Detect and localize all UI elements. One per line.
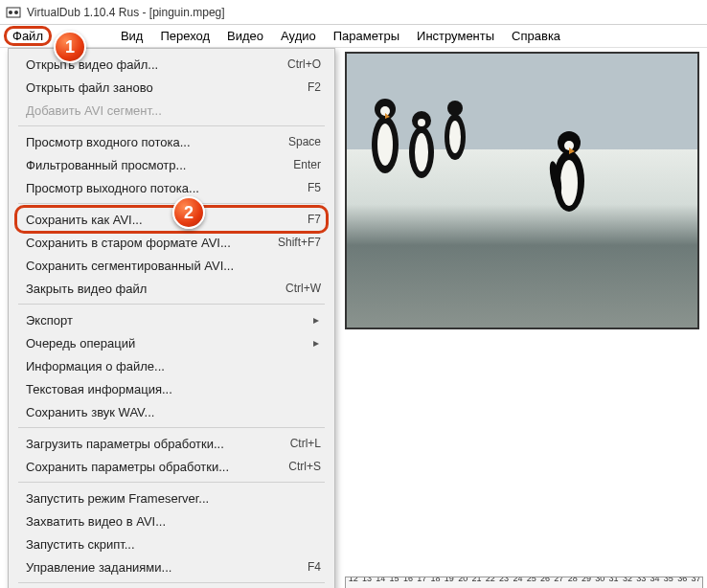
menu-item-label: Захватить видео в AVI...	[26, 514, 166, 529]
content-area: Открыть видео файл...Ctrl+OОткрыть файл …	[0, 48, 707, 588]
menu-separator	[18, 482, 325, 483]
menu-item[interactable]: Запустить режим Frameserver...	[9, 486, 334, 509]
callout-2: 2	[172, 196, 205, 229]
menu-item[interactable]: Очередь операций▸	[9, 331, 334, 354]
menu-item[interactable]: Фильтрованный просмотр...Enter	[9, 153, 334, 176]
menu-item[interactable]: Сохранить звук WAV...	[9, 400, 334, 423]
menu-item-shortcut: F2	[308, 80, 321, 94]
video-output-frame	[345, 52, 699, 329]
menu-video[interactable]: Видео	[219, 27, 271, 45]
svg-point-11	[418, 119, 425, 126]
submenu-arrow-icon: ▸	[313, 336, 321, 350]
menu-item[interactable]: Закрыть видео файлCtrl+W	[9, 277, 334, 300]
window-title: VirtualDub 1.10.4 Rus - [pinguin.mpeg]	[27, 6, 225, 19]
menu-item-label: Очередь операций	[26, 336, 135, 351]
menu-item[interactable]: Управление заданиями...F4	[9, 555, 334, 578]
menu-audio[interactable]: Аудио	[273, 27, 324, 45]
menu-item-shortcut: Ctrl+O	[287, 57, 321, 71]
menu-item-label: Загрузить параметры обработки...	[26, 437, 224, 451]
menu-item-label: Запустить режим Frameserver...	[26, 491, 209, 506]
menu-item-label: Закрыть видео файл	[26, 282, 147, 296]
menu-item-label: Просмотр выходного потока...	[26, 181, 199, 195]
menu-item-shortcut: F5	[308, 181, 321, 194]
menu-view[interactable]: Вид	[113, 27, 151, 45]
menu-file[interactable]: Файл	[4, 26, 52, 46]
menu-item[interactable]: Сохранить как AVI...F7	[9, 208, 334, 231]
menu-item: Добавить AVI сегмент...	[9, 99, 334, 122]
menu-separator	[18, 125, 325, 126]
menu-item[interactable]: Текстовая информация...	[9, 377, 334, 400]
menu-item-label: Управление заданиями...	[26, 560, 171, 575]
menu-item-shortcut: F7	[308, 213, 321, 226]
menu-item[interactable]: Открыть файл зановоF2	[9, 76, 334, 99]
menu-item-label: Сохранить как AVI...	[26, 213, 143, 227]
menu-item-label: Открыть файл заново	[26, 80, 153, 95]
menu-item-label: Просмотр входного потока...	[26, 135, 191, 149]
menu-item-label: Добавить AVI сегмент...	[26, 103, 162, 118]
menu-item[interactable]: Захватить видео в AVI...	[9, 509, 334, 532]
svg-point-1	[9, 11, 12, 14]
menu-item-shortcut: Ctrl+W	[285, 282, 321, 295]
menu-item[interactable]: Экспорт▸	[9, 308, 334, 331]
menubar: Файл Правка Вид Переход Видео Аудио Пара…	[0, 25, 707, 48]
menu-tools[interactable]: Инструменты	[409, 27, 502, 45]
menu-item[interactable]: Просмотр входного потока...Space	[9, 130, 334, 153]
menu-goto[interactable]: Переход	[152, 27, 217, 45]
menu-item-shortcut: Shift+F7	[278, 236, 321, 249]
svg-point-16	[560, 160, 578, 206]
svg-point-9	[415, 133, 428, 171]
menu-item-shortcut: Space	[288, 135, 321, 148]
svg-point-13	[449, 121, 461, 153]
svg-point-2	[14, 11, 18, 14]
menu-separator	[18, 203, 325, 204]
titlebar: VirtualDub 1.10.4 Rus - [pinguin.mpeg]	[0, 0, 707, 25]
menu-item-shortcut: Enter	[293, 158, 321, 171]
menu-item-label: Экспорт	[26, 313, 73, 328]
menu-item-label: Сохранить в старом формате AVI...	[26, 236, 231, 250]
file-dropdown-menu: Открыть видео файл...Ctrl+OОткрыть файл …	[8, 48, 335, 588]
timeline: 1213141516171819202122232425262728293031…	[345, 577, 703, 588]
app-icon	[6, 5, 21, 20]
menu-item-label: Сохранить сегментированный AVI...	[26, 259, 234, 273]
menu-item-label: Открыть видео файл...	[26, 57, 158, 72]
video-preview-area	[345, 52, 703, 329]
menu-item[interactable]: Сохранить сегментированный AVI...	[9, 254, 334, 277]
menu-item-shortcut: Ctrl+S	[288, 460, 321, 473]
menu-item[interactable]: Загрузить параметры обработки...Ctrl+L	[9, 432, 334, 455]
menu-item-shortcut: F4	[308, 560, 321, 574]
svg-point-14	[447, 101, 463, 116]
menu-item-label: Сохранить звук WAV...	[26, 405, 154, 419]
callout-1: 1	[54, 31, 86, 63]
menu-item[interactable]: Сохранить в старом формате AVI...Shift+F…	[9, 231, 334, 254]
menu-item[interactable]: Просмотр выходного потока...F5	[9, 176, 334, 199]
menu-item[interactable]: Сохранить параметры обработки...Ctrl+S	[9, 455, 334, 478]
menu-separator	[18, 582, 325, 583]
timeline-ruler[interactable]: 1213141516171819202122232425262728293031…	[345, 577, 703, 588]
menu-options[interactable]: Параметры	[326, 27, 407, 45]
menu-separator	[18, 304, 325, 305]
menu-item-shortcut: Ctrl+L	[290, 437, 321, 450]
menu-item-label: Фильтрованный просмотр...	[26, 158, 186, 172]
menu-separator	[18, 427, 325, 428]
menu-item-label: Сохранить параметры обработки...	[26, 460, 229, 474]
menu-help[interactable]: Справка	[504, 27, 568, 45]
menu-item-label: Информация о файле...	[26, 359, 165, 373]
menu-item-label: Запустить скрипт...	[26, 537, 135, 552]
menu-item-label: Текстовая информация...	[26, 382, 172, 396]
menu-item[interactable]: Информация о файле...	[9, 354, 334, 377]
menu-item[interactable]: Запустить скрипт...	[9, 532, 334, 555]
svg-point-4	[377, 124, 393, 166]
submenu-arrow-icon: ▸	[313, 313, 321, 327]
